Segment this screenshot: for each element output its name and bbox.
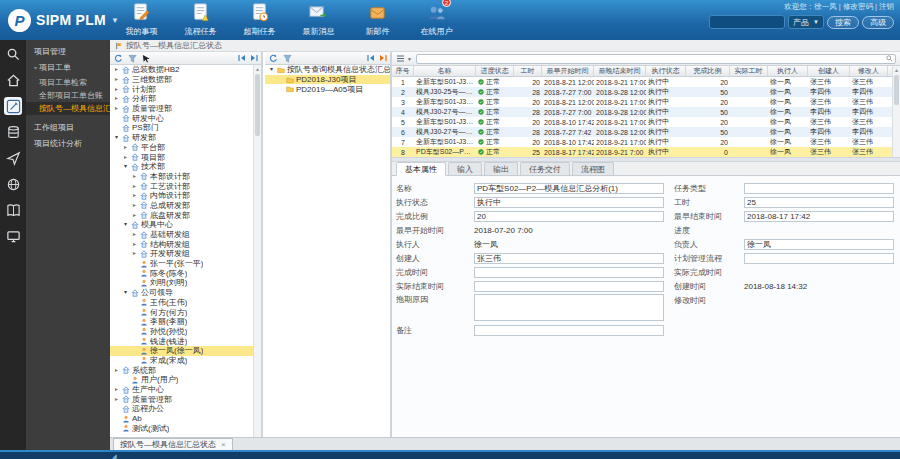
toolbar-button-5[interactable]: 新邮件 xyxy=(348,2,407,37)
edit-icon[interactable] xyxy=(4,97,22,115)
detail-tab-active[interactable]: 基本属性 xyxy=(396,162,446,176)
detail-tab-item[interactable]: 任务交付 xyxy=(520,162,570,175)
close-icon[interactable]: × xyxy=(221,440,226,449)
expand-icon[interactable]: ▸ xyxy=(131,182,138,191)
sidebar-menu-item[interactable]: 按队号—模具信息汇总状态 xyxy=(26,102,110,115)
table-row[interactable]: 5全新车型S01-J30冲压模体进度正常202018-8-10 17:42201… xyxy=(392,117,892,127)
column-header[interactable]: 最早开始时间 xyxy=(542,66,594,76)
welcome-text[interactable]: 欢迎您：徐一凤 | 修改密码 | 注销 xyxy=(784,2,894,12)
vertical-scrollbar[interactable]: ▲ xyxy=(892,66,900,157)
org-tree-node[interactable]: 刘明(刘明) xyxy=(110,278,253,288)
field-value[interactable]: 徐一凤 xyxy=(744,239,894,250)
org-tree-node[interactable]: 测试(测试) xyxy=(110,423,253,433)
expand-icon[interactable]: ▾ xyxy=(122,162,129,171)
last-page-icon[interactable] xyxy=(250,54,258,62)
detail-tab-item[interactable]: 流程图 xyxy=(572,162,614,175)
column-header[interactable]: 工时 xyxy=(514,66,542,76)
detail-tab-item[interactable]: 输出 xyxy=(484,162,518,175)
column-header[interactable]: 修改人 xyxy=(850,66,888,76)
expand-icon[interactable]: ▸ xyxy=(122,143,129,152)
field-value[interactable]: 张三伟 xyxy=(474,253,664,264)
expand-icon[interactable]: ▸ xyxy=(131,249,138,258)
scroll-up-icon[interactable]: ▲ xyxy=(893,66,900,74)
filter-icon[interactable] xyxy=(127,53,137,63)
expand-icon[interactable]: ▸ xyxy=(131,191,138,200)
column-header[interactable]: 执行状态 xyxy=(646,66,686,76)
expand-icon[interactable]: ▸ xyxy=(113,104,120,113)
sidebar-menu-item[interactable]: 项目管理 xyxy=(26,45,110,58)
expand-icon[interactable]: ▸ xyxy=(113,85,120,94)
expand-icon[interactable]: ▸ xyxy=(113,395,120,404)
expand-icon[interactable]: ▾ xyxy=(268,65,275,74)
detail-tab-item[interactable]: 输入 xyxy=(448,162,482,175)
column-header[interactable]: 完成比例 xyxy=(686,66,730,76)
table-row[interactable]: 8PD车型S02—P2—模具信息汇总分析(1)正常252018-8-17 17:… xyxy=(392,147,892,157)
expand-icon[interactable]: ▸ xyxy=(131,240,138,249)
column-header[interactable]: 序号 xyxy=(392,66,414,76)
toolbar-button-1[interactable]: 我的事项 xyxy=(112,2,171,37)
expand-icon[interactable]: ▸ xyxy=(122,153,129,162)
field-value[interactable]: 25 xyxy=(744,197,894,208)
toolbar-button-3[interactable]: 超期任务 xyxy=(230,2,289,37)
sidebar-menu-item[interactable]: 项目统计分析 xyxy=(26,137,110,150)
field-value[interactable]: 20 xyxy=(474,211,664,222)
scroll-up-icon[interactable]: ▲ xyxy=(254,65,261,73)
table-row[interactable]: 6模具J30-27号—下模体验收正常282018-7-27 7:422018-9… xyxy=(392,127,892,137)
column-header[interactable]: 执行人 xyxy=(768,66,808,76)
expand-icon[interactable]: ▸ xyxy=(131,172,138,181)
field-value[interactable]: 2018-08-17 17:42 xyxy=(744,211,894,222)
search-button[interactable]: 搜索 xyxy=(827,16,859,29)
search-category-select[interactable]: 产品 ▼ xyxy=(788,15,824,29)
expand-icon[interactable]: ▾ xyxy=(122,220,129,229)
home-icon[interactable] xyxy=(4,71,22,89)
column-header[interactable]: 最晚结束时间 xyxy=(594,66,646,76)
expand-icon[interactable]: ▸ xyxy=(131,211,138,220)
expand-icon[interactable]: ▸ xyxy=(113,65,120,74)
view-menu-icon[interactable]: ▼ xyxy=(396,54,412,63)
org-tree-node[interactable]: 远程办公 xyxy=(110,404,253,414)
field-value[interactable]: 执行中 xyxy=(474,197,664,208)
table-search-input[interactable] xyxy=(419,55,886,63)
toolbar-button-2[interactable]: 流程任务 xyxy=(171,2,230,37)
toolbar-button-4[interactable]: 最新消息 xyxy=(289,2,348,37)
last-page-icon[interactable] xyxy=(379,54,387,62)
org-tree-node[interactable]: ▾研发部 xyxy=(110,133,253,143)
table-row[interactable]: 3全新车型S01-J30成型模具分析正常202018-8-21 12:00201… xyxy=(392,97,892,107)
search-input[interactable] xyxy=(709,15,785,29)
org-tree-node[interactable]: ▸系统部 xyxy=(110,365,253,375)
org-tree-node[interactable]: ▸平台部 xyxy=(110,143,253,153)
org-tree-node[interactable]: ▸底盘研发部 xyxy=(110,210,253,220)
table-header[interactable]: 序号名称进度状态工时最早开始时间最晚结束时间执行状态完成比例实际工时执行人创建人… xyxy=(392,66,892,77)
org-tree-node[interactable]: ▸项目部 xyxy=(110,152,253,162)
field-value[interactable] xyxy=(474,325,664,336)
project-tree-node[interactable]: PD2019—A05项目 xyxy=(265,84,390,94)
filter-icon[interactable] xyxy=(282,53,292,63)
sidebar-menu-item[interactable]: 项目工单检索 xyxy=(26,76,110,89)
scrollbar-thumb[interactable] xyxy=(255,74,260,136)
sidebar-menu-item[interactable]: 工作组项目 xyxy=(26,121,110,134)
field-value[interactable] xyxy=(744,183,894,194)
expand-icon[interactable]: ▸ xyxy=(131,201,138,210)
search-icon[interactable] xyxy=(886,55,893,62)
expand-icon[interactable]: ▸ xyxy=(113,94,120,103)
table-row[interactable]: 2模具J30-25号—安装调试验收正常282018-7-27 7:002018-… xyxy=(392,87,892,97)
table-row[interactable]: 7全新车型S01-J30上模体进度正常202018-8-10 17:422018… xyxy=(392,137,892,147)
book-icon[interactable] xyxy=(4,201,22,219)
locate-icon[interactable] xyxy=(141,53,151,63)
database-icon[interactable] xyxy=(4,123,22,141)
vertical-scrollbar[interactable]: ▲ xyxy=(253,65,261,437)
column-header[interactable]: 实际工时 xyxy=(730,66,768,76)
send-icon[interactable] xyxy=(4,149,22,167)
sidebar-menu-item[interactable]: 全部项目工单台账 xyxy=(26,89,110,102)
first-page-icon[interactable] xyxy=(367,54,375,62)
table-row[interactable]: 1全新车型S01-J30模具基本信息汇总正常202018-8-21 12:002… xyxy=(392,77,892,87)
search-icon[interactable] xyxy=(4,45,22,63)
field-value[interactable] xyxy=(474,281,664,292)
expand-icon[interactable]: ▸ xyxy=(113,366,120,375)
sidebar-menu-item[interactable]: ▾项目工单 xyxy=(26,61,110,74)
expand-icon[interactable]: ▾ xyxy=(113,133,120,142)
app-logo[interactable]: P SIPM PLM ▼ xyxy=(0,9,112,32)
resize-grip-icon[interactable]: ◢ xyxy=(112,453,117,459)
field-value[interactable] xyxy=(474,267,664,278)
expand-icon[interactable]: ▸ xyxy=(113,75,120,84)
